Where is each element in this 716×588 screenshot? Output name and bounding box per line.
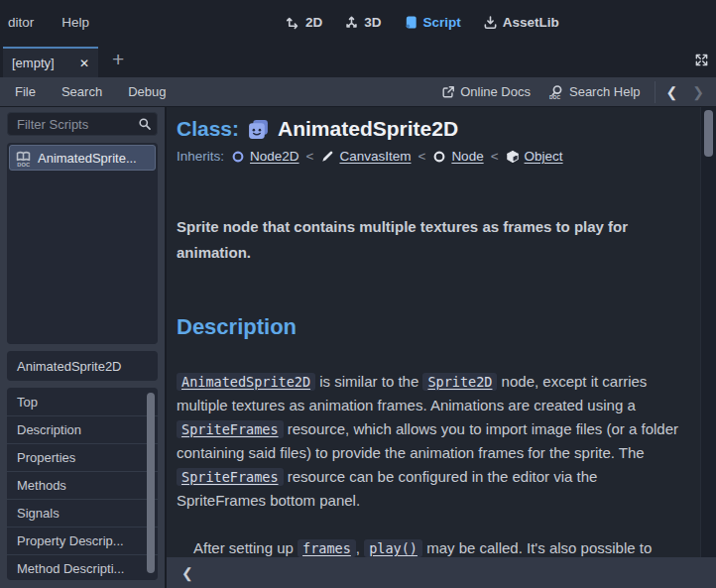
online-docs-button[interactable]: Online Docs bbox=[432, 84, 539, 99]
canvasitem-icon bbox=[320, 150, 334, 164]
workspace-label: 2D bbox=[305, 15, 322, 30]
workspace-switcher: 2D3DScriptAssetLib bbox=[280, 0, 565, 44]
online-docs-label: Online Docs bbox=[460, 84, 531, 99]
workspace-script-button[interactable]: Script bbox=[398, 11, 467, 34]
doc-main: Class: AnimatedSprite2D Inherits: Node2D… bbox=[167, 107, 716, 588]
inherits-item: Object bbox=[506, 149, 563, 164]
code-link[interactable]: frames bbox=[298, 539, 356, 557]
member-list-scrollbar-thumb[interactable] bbox=[147, 393, 155, 573]
class-link-node[interactable]: Node bbox=[451, 149, 483, 164]
workspace-label: AssetLib bbox=[503, 15, 559, 30]
filter-scripts-field bbox=[7, 112, 158, 136]
inherits-item: CanvasItem bbox=[320, 149, 411, 164]
filter-scripts-input[interactable] bbox=[7, 112, 158, 136]
menu-ditor[interactable]: ditor bbox=[2, 11, 40, 34]
code-link[interactable]: SpriteFrames bbox=[177, 420, 284, 438]
doc-scrollbar-thumb[interactable] bbox=[704, 110, 713, 157]
class-name: AnimatedSprite2D bbox=[278, 117, 458, 141]
history-back-icon[interactable]: ❮ bbox=[666, 84, 678, 100]
search-help-label: Search Help bbox=[569, 84, 641, 99]
svg-text:DOC: DOC bbox=[549, 94, 561, 100]
history-nav: ❮ ❯ bbox=[655, 81, 716, 103]
description-paragraph: AnimatedSprite2D is similar to the Sprit… bbox=[177, 370, 686, 513]
description-body: AnimatedSprite2D is similar to the Sprit… bbox=[177, 370, 686, 557]
menu-help[interactable]: Help bbox=[56, 11, 95, 34]
doc-section-signals[interactable]: Signals bbox=[7, 500, 158, 528]
workspace-label: Script bbox=[423, 15, 461, 30]
search-icon bbox=[138, 117, 152, 131]
class-link-canvasitem[interactable]: CanvasItem bbox=[339, 149, 411, 164]
bottom-panel-bar: ❮ bbox=[167, 557, 716, 588]
script-item-label: AnimatedSprite... bbox=[38, 151, 137, 166]
scene-tab-bar: [empty] ✕ + bbox=[0, 44, 716, 77]
brief-description: Sprite node that contains multiple textu… bbox=[177, 214, 672, 266]
inherits-label: Inherits: bbox=[177, 149, 224, 164]
doc-section-top[interactable]: Top bbox=[7, 389, 158, 416]
open-scripts-list: DOCAnimatedSprite... bbox=[7, 143, 158, 344]
workspace-3d-button[interactable]: 3D bbox=[338, 11, 387, 34]
class-label: Class: bbox=[177, 117, 239, 141]
code-link[interactable]: SpriteFrames bbox=[177, 468, 284, 486]
script-editor-menubar: FileSearchDebug Online Docs DOC Search H… bbox=[0, 77, 716, 107]
code-link[interactable]: play() bbox=[364, 539, 422, 557]
inherits-item: Node bbox=[432, 149, 483, 164]
doc-sections-list: TopDescriptionPropertiesMethodsSignalsPr… bbox=[7, 388, 158, 580]
inherits-separator: < bbox=[491, 149, 499, 164]
titlebar: ditorHelp 2D3DScriptAssetLib bbox=[0, 0, 716, 44]
node2d-icon bbox=[231, 150, 245, 164]
doc-section-properties[interactable]: Properties bbox=[7, 444, 158, 472]
close-icon[interactable]: ✕ bbox=[79, 57, 89, 70]
new-tab-button[interactable]: + bbox=[108, 51, 128, 68]
inherits-separator: < bbox=[306, 149, 314, 164]
scriptmenu-search[interactable]: Search bbox=[49, 84, 115, 99]
scene-tab-empty[interactable]: [empty] ✕ bbox=[3, 47, 98, 77]
inherits-separator: < bbox=[418, 149, 425, 164]
class-header: Class: AnimatedSprite2D bbox=[177, 117, 686, 141]
inherits-item: Node2D bbox=[231, 149, 299, 164]
animated-sprite2d-icon bbox=[247, 118, 270, 141]
tab-label: [empty] bbox=[12, 56, 70, 70]
godot-editor-window: ditorHelp 2D3DScriptAssetLib [empty] ✕ +… bbox=[0, 0, 716, 588]
2d-icon bbox=[286, 15, 300, 30]
doc-content: Class: AnimatedSprite2D Inherits: Node2D… bbox=[167, 107, 716, 557]
script-list-item[interactable]: DOCAnimatedSprite... bbox=[9, 145, 156, 171]
code-link[interactable]: Sprite2D bbox=[422, 373, 497, 391]
help-search-icon: DOC bbox=[548, 84, 564, 100]
collapse-sidebar-icon[interactable]: ❮ bbox=[174, 563, 201, 583]
class-reference-panel: Class: AnimatedSprite2D Inherits: Node2D… bbox=[167, 107, 716, 557]
class-link-object[interactable]: Object bbox=[525, 149, 563, 164]
description-paragraph: After setting up frames, play() may be c… bbox=[177, 536, 686, 557]
doc-book-icon: DOC bbox=[15, 150, 32, 167]
scripts-sidebar: DOCAnimatedSprite... AnimatedSprite2D To… bbox=[0, 107, 167, 588]
current-class-box: AnimatedSprite2D bbox=[7, 351, 158, 381]
external-link-icon bbox=[441, 85, 455, 99]
script-menu-items: FileSearchDebug bbox=[2, 84, 179, 99]
class-link-node2d[interactable]: Node2D bbox=[250, 149, 299, 164]
inherits-line: Inherits: Node2D<CanvasItem<Node<Object bbox=[177, 149, 686, 164]
assetlib-icon bbox=[483, 15, 498, 30]
object-icon bbox=[506, 150, 520, 164]
doc-scrollbar[interactable] bbox=[700, 107, 716, 557]
main-menus: ditorHelp bbox=[2, 11, 95, 34]
doc-section-method-descripti[interactable]: Method Descripti... bbox=[7, 555, 158, 580]
scriptmenu-debug[interactable]: Debug bbox=[115, 84, 179, 99]
editor-body: DOCAnimatedSprite... AnimatedSprite2D To… bbox=[0, 107, 716, 588]
3d-icon bbox=[344, 15, 359, 30]
search-help-button[interactable]: DOC Search Help bbox=[539, 84, 650, 100]
code-link[interactable]: AnimatedSprite2D bbox=[177, 373, 315, 391]
workspace-assetlib-button[interactable]: AssetLib bbox=[477, 11, 565, 34]
menubar-right: Online Docs DOC Search Help ❮ ❯ bbox=[432, 81, 716, 103]
history-forward-icon[interactable]: ❯ bbox=[692, 84, 704, 100]
svg-text:DOC: DOC bbox=[17, 161, 30, 166]
workspace-label: 3D bbox=[364, 15, 381, 30]
script-icon bbox=[404, 15, 418, 30]
workspace-2d-button[interactable]: 2D bbox=[280, 11, 328, 34]
description-heading: Description bbox=[177, 314, 686, 340]
scriptmenu-file[interactable]: File bbox=[2, 84, 49, 99]
doc-section-methods[interactable]: Methods bbox=[7, 472, 158, 500]
node-icon bbox=[432, 150, 446, 164]
doc-section-property-descrip[interactable]: Property Descrip... bbox=[7, 528, 158, 555]
doc-section-description[interactable]: Description bbox=[7, 416, 158, 444]
expand-icon[interactable] bbox=[694, 53, 709, 67]
